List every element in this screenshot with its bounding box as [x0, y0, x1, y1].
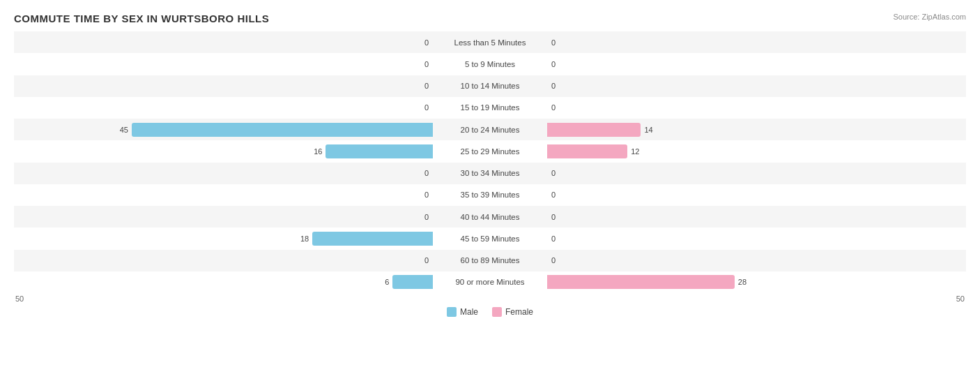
- row-label: 35 to 39 Minutes: [434, 191, 546, 199]
- bar-female: [547, 123, 641, 137]
- legend-male-label: Male: [460, 307, 478, 317]
- val-female: 0: [551, 169, 556, 177]
- chart-title: COMMUTE TIME BY SEX IN WURTSBORO HILLS: [14, 13, 966, 24]
- axis-right: 50: [956, 295, 965, 303]
- row-inner: 10 to 14 Minutes 0 0: [14, 75, 966, 97]
- legend-female-label: Female: [505, 307, 533, 317]
- legend-female: Female: [492, 307, 533, 317]
- row-label: 60 to 89 Minutes: [434, 256, 546, 265]
- table-row: Less than 5 Minutes 0 0: [14, 31, 966, 53]
- row-label: 10 to 14 Minutes: [434, 82, 546, 90]
- row-inner: 35 to 39 Minutes 0 0: [14, 184, 966, 206]
- legend: Male Female: [14, 307, 966, 317]
- val-male: 6: [385, 278, 389, 286]
- bar-male: [312, 232, 433, 246]
- table-row: 15 to 19 Minutes 0 0: [14, 97, 966, 119]
- row-inner: 40 to 44 Minutes 0 0: [14, 206, 966, 228]
- row-label: 15 to 19 Minutes: [434, 103, 546, 112]
- row-label: Less than 5 Minutes: [434, 38, 546, 47]
- row-label: 5 to 9 Minutes: [434, 60, 546, 68]
- legend-male: Male: [447, 307, 478, 317]
- row-inner: 5 to 9 Minutes 0 0: [14, 53, 966, 75]
- bar-female: [547, 275, 735, 289]
- val-male: 0: [424, 82, 429, 90]
- val-female: 0: [551, 38, 556, 47]
- row-label: 40 to 44 Minutes: [434, 213, 546, 221]
- val-male: 0: [424, 256, 429, 265]
- val-male: 16: [314, 147, 322, 156]
- val-male: 0: [424, 60, 429, 68]
- table-row: 90 or more Minutes 6 28: [14, 271, 966, 293]
- val-female: 28: [738, 278, 747, 286]
- row-inner: 20 to 24 Minutes 45 14: [14, 119, 966, 140]
- val-female: 0: [551, 82, 556, 90]
- val-female: 12: [631, 147, 639, 156]
- table-row: 60 to 89 Minutes 0 0: [14, 250, 966, 271]
- legend-male-box: [447, 307, 457, 317]
- val-male: 0: [424, 103, 429, 112]
- row-inner: 15 to 19 Minutes 0 0: [14, 97, 966, 119]
- val-male: 0: [424, 38, 429, 47]
- val-female: 0: [551, 256, 556, 265]
- bar-female: [547, 144, 627, 158]
- bar-male: [392, 275, 433, 289]
- val-female: 14: [644, 126, 652, 134]
- table-row: 5 to 9 Minutes 0 0: [14, 53, 966, 75]
- val-male: 0: [424, 191, 429, 199]
- source-text: Source: ZipAtlas.com: [893, 13, 966, 21]
- table-row: 45 to 59 Minutes 18 0: [14, 228, 966, 249]
- val-female: 0: [551, 234, 556, 243]
- row-label: 20 to 24 Minutes: [434, 126, 546, 134]
- row-label: 25 to 29 Minutes: [434, 147, 546, 156]
- table-row: 35 to 39 Minutes 0 0: [14, 184, 966, 206]
- row-inner: 45 to 59 Minutes 18 0: [14, 228, 966, 249]
- row-inner: 90 or more Minutes 6 28: [14, 271, 966, 293]
- val-female: 0: [551, 103, 556, 112]
- val-female: 0: [551, 60, 556, 68]
- row-inner: 30 to 34 Minutes 0 0: [14, 163, 966, 184]
- table-row: 40 to 44 Minutes 0 0: [14, 206, 966, 228]
- row-label: 45 to 59 Minutes: [434, 234, 546, 243]
- chart-container: COMMUTE TIME BY SEX IN WURTSBORO HILLS S…: [0, 0, 980, 365]
- table-row: 30 to 34 Minutes 0 0: [14, 163, 966, 184]
- legend-female-box: [492, 307, 502, 317]
- row-inner: 25 to 29 Minutes 16 12: [14, 140, 966, 162]
- axis-labels: 50 50: [14, 295, 966, 303]
- chart-area: Less than 5 Minutes 0 0 5 to 9 Minutes 0…: [14, 31, 966, 314]
- val-male: 0: [424, 169, 429, 177]
- val-female: 0: [551, 191, 556, 199]
- rows-container: Less than 5 Minutes 0 0 5 to 9 Minutes 0…: [14, 31, 966, 293]
- table-row: 25 to 29 Minutes 16 12: [14, 140, 966, 162]
- row-label: 90 or more Minutes: [434, 278, 546, 286]
- val-male: 45: [120, 126, 128, 134]
- bar-male: [326, 144, 433, 158]
- row-inner: Less than 5 Minutes 0 0: [14, 31, 966, 53]
- row-inner: 60 to 89 Minutes 0 0: [14, 250, 966, 271]
- table-row: 10 to 14 Minutes 0 0: [14, 75, 966, 97]
- axis-left: 50: [15, 295, 24, 303]
- val-female: 0: [551, 213, 556, 221]
- val-male: 18: [300, 234, 309, 243]
- val-male: 0: [424, 213, 429, 221]
- row-label: 30 to 34 Minutes: [434, 169, 546, 177]
- table-row: 20 to 24 Minutes 45 14: [14, 119, 966, 140]
- bar-male: [132, 123, 433, 137]
